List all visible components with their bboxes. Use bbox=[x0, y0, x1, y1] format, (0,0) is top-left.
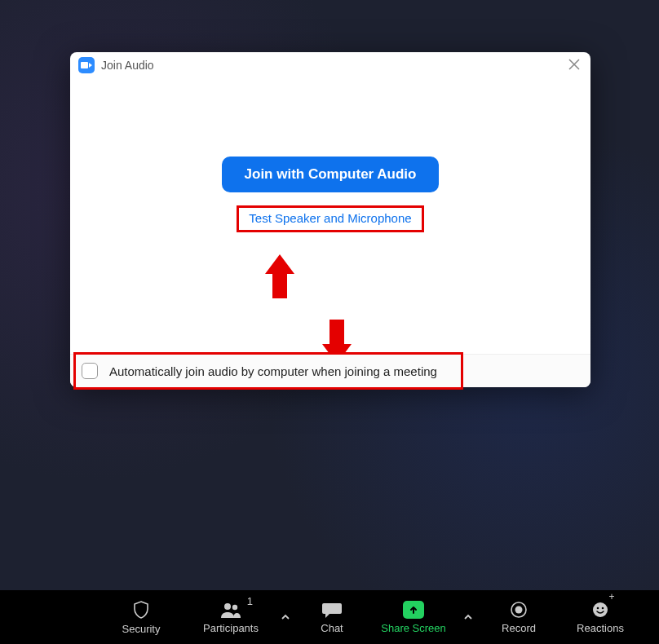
auto-join-row: Automatically join audio by computer whe… bbox=[70, 355, 590, 387]
meeting-toolbar: Security 1 Participants Chat Share Scree… bbox=[0, 590, 659, 644]
toolbar-reactions[interactable]: + Reactions bbox=[559, 590, 641, 644]
toolbar-participants-label: Participants bbox=[203, 622, 259, 634]
toolbar-chat[interactable]: Chat bbox=[295, 590, 369, 644]
close-button[interactable] bbox=[566, 59, 582, 75]
share-caret[interactable] bbox=[458, 590, 478, 644]
participants-count: 1 bbox=[247, 595, 253, 607]
svg-point-4 bbox=[593, 602, 608, 617]
join-audio-dialog: Join Audio Join with Computer Audio Test… bbox=[70, 52, 590, 387]
toolbar-reactions-label: Reactions bbox=[577, 622, 624, 634]
dialog-body: Join with Computer Audio Test Speaker an… bbox=[70, 78, 590, 354]
toolbar-record-label: Record bbox=[502, 622, 536, 634]
svg-point-3 bbox=[515, 606, 523, 613]
chevron-up-icon bbox=[463, 612, 473, 622]
close-icon bbox=[568, 59, 580, 70]
share-screen-icon bbox=[403, 601, 424, 619]
join-computer-audio-button[interactable]: Join with Computer Audio bbox=[222, 157, 440, 192]
toolbar-record[interactable]: Record bbox=[478, 590, 559, 644]
participants-icon bbox=[219, 601, 242, 619]
toolbar-chat-label: Chat bbox=[321, 622, 343, 634]
test-speaker-microphone-link[interactable]: Test Speaker and Microphone bbox=[237, 205, 423, 232]
toolbar-share-label: Share Screen bbox=[381, 622, 446, 634]
auto-join-label: Automatically join audio by computer whe… bbox=[109, 364, 437, 378]
dialog-title: Join Audio bbox=[101, 59, 154, 72]
toolbar-security-label: Security bbox=[122, 623, 161, 635]
annotation-arrow-up bbox=[265, 254, 294, 298]
svg-point-5 bbox=[597, 607, 599, 609]
chat-icon bbox=[321, 601, 343, 619]
shield-icon bbox=[131, 600, 151, 620]
auto-join-checkbox[interactable] bbox=[82, 363, 98, 379]
zoom-icon bbox=[78, 57, 95, 73]
chevron-up-icon bbox=[281, 612, 290, 622]
plus-icon: + bbox=[607, 592, 617, 602]
toolbar-security[interactable]: Security bbox=[96, 590, 186, 644]
toolbar-share-screen[interactable]: Share Screen bbox=[369, 590, 458, 644]
dialog-header: Join Audio bbox=[70, 52, 590, 78]
dialog-footer: Automatically join audio by computer whe… bbox=[70, 354, 590, 387]
record-icon bbox=[510, 601, 528, 619]
participants-caret[interactable] bbox=[276, 590, 295, 644]
smiley-icon bbox=[591, 601, 609, 619]
svg-point-0 bbox=[224, 603, 231, 610]
svg-point-1 bbox=[232, 604, 237, 609]
svg-point-6 bbox=[602, 607, 604, 609]
toolbar-participants[interactable]: 1 Participants bbox=[186, 590, 276, 644]
